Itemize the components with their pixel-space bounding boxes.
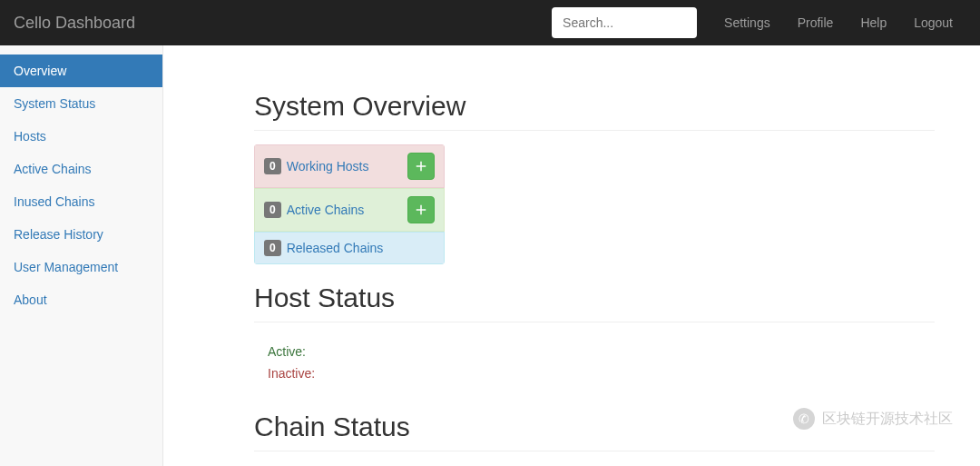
- sidebar-item-user-management[interactable]: User Management: [0, 251, 162, 283]
- host-active-row: Active:: [268, 341, 921, 362]
- sidebar: Overview System Status Hosts Active Chai…: [0, 45, 163, 466]
- search-input[interactable]: [552, 7, 697, 38]
- nav-link-settings[interactable]: Settings: [710, 2, 784, 44]
- host-status-block: Active: Inactive:: [254, 332, 935, 393]
- wechat-icon: ✆: [793, 408, 815, 430]
- sidebar-item-release-history[interactable]: Release History: [0, 218, 162, 251]
- system-overview-heading: System Overview: [254, 91, 935, 131]
- sidebar-item-overview[interactable]: Overview: [0, 55, 162, 87]
- host-inactive-row: Inactive:: [268, 362, 921, 384]
- add-host-button[interactable]: [407, 153, 435, 180]
- working-hosts-label[interactable]: Working Hosts: [287, 159, 369, 174]
- add-chain-button[interactable]: [407, 196, 435, 223]
- nav-link-profile[interactable]: Profile: [784, 2, 848, 44]
- watermark-text: 区块链开源技术社区: [822, 410, 953, 429]
- chain-status-block: Utilization: All 0 occupied! In Processi…: [254, 461, 935, 466]
- sidebar-item-active-chains[interactable]: Active Chains: [0, 153, 162, 185]
- host-status-heading: Host Status: [254, 283, 935, 322]
- sidebar-item-hosts[interactable]: Hosts: [0, 120, 162, 153]
- sidebar-item-inused-chains[interactable]: Inused Chains: [0, 185, 162, 218]
- nav-link-help[interactable]: Help: [847, 2, 900, 44]
- released-chains-count: 0: [264, 240, 281, 256]
- sidebar-item-about[interactable]: About: [0, 283, 162, 316]
- released-chains-label[interactable]: Released Chains: [287, 241, 384, 255]
- layout: Overview System Status Hosts Active Chai…: [0, 45, 980, 466]
- released-chains-panel: 0 Released Chains: [254, 232, 445, 264]
- working-hosts-count: 0: [264, 158, 281, 174]
- navbar-right: Settings Profile Help Logout: [552, 2, 966, 44]
- sidebar-item-system-status[interactable]: System Status: [0, 87, 162, 120]
- main-content: System Overview 0 Working Hosts 0 Active…: [163, 45, 980, 466]
- watermark: ✆ 区块链开源技术社区: [793, 408, 953, 430]
- plus-icon: [416, 161, 426, 172]
- active-chains-panel: 0 Active Chains: [254, 188, 445, 232]
- working-hosts-panel: 0 Working Hosts: [254, 144, 445, 188]
- active-chains-label[interactable]: Active Chains: [287, 203, 365, 217]
- active-chains-count: 0: [264, 202, 281, 218]
- overview-panel-group: 0 Working Hosts 0 Active Chains 0 Releas…: [254, 144, 445, 264]
- navbar-brand[interactable]: Cello Dashboard: [14, 14, 149, 33]
- plus-icon: [416, 204, 426, 215]
- nav-link-logout[interactable]: Logout: [900, 2, 966, 44]
- navbar: Cello Dashboard Settings Profile Help Lo…: [0, 0, 980, 45]
